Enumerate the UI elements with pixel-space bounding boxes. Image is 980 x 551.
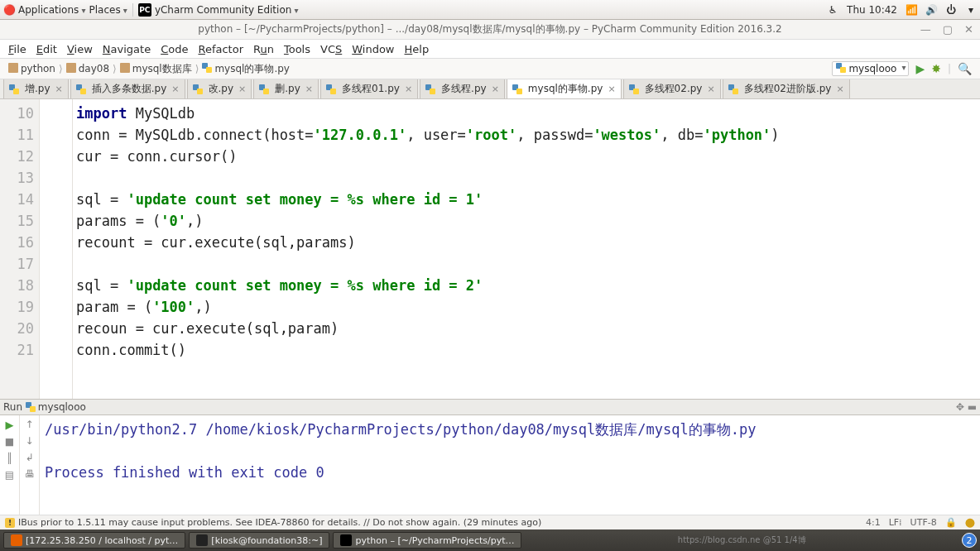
applications-menu[interactable]: Applications: [18, 4, 86, 16]
debug-button[interactable]: ✸: [931, 62, 941, 75]
tab-item[interactable]: 多线程02.py×: [623, 79, 721, 98]
line-separator[interactable]: LF⁞: [889, 517, 902, 528]
editor-tabs: 增.py× 插入多条数据.py× 改.py× 删.py× 多线程01.py× 多…: [0, 79, 980, 99]
tab-item-active[interactable]: mysql的事物.py×: [507, 79, 622, 98]
pause-button[interactable]: ║: [7, 453, 12, 464]
close-tab-icon[interactable]: ×: [237, 84, 246, 94]
taskbar-pycharm[interactable]: python – [~/PycharmProjects/pyt…: [333, 532, 521, 549]
rerun-button[interactable]: ▶: [6, 419, 14, 431]
window-maximize[interactable]: ▢: [943, 23, 953, 36]
editor[interactable]: 10 11 12 13 14 15 16 17 18 19 20 21 impo…: [0, 99, 980, 399]
up-stack-icon[interactable]: ↑: [25, 419, 33, 430]
user-menu-icon[interactable]: ▾: [965, 4, 977, 16]
activities-icon: 🔴: [3, 4, 15, 16]
system-menubar: 🔴 Applications Places PC yCharm Communit…: [0, 0, 980, 20]
network-icon[interactable]: 📶: [906, 4, 917, 16]
clock[interactable]: Thu 10:42: [847, 4, 897, 16]
menu-code[interactable]: Code: [157, 43, 191, 55]
tab-item[interactable]: 多线程.py×: [420, 79, 505, 98]
taskbar-firefox[interactable]: [172.25.38.250 / localhost / pyt…: [3, 532, 185, 549]
run-config-name: mysqlooo: [38, 401, 86, 413]
main-menubar: File Edit View Navigate Code Refactor Ru…: [0, 40, 980, 58]
menu-help[interactable]: Help: [401, 43, 433, 55]
power-icon[interactable]: ⏻: [945, 4, 957, 16]
tab-item[interactable]: 增.py×: [3, 79, 69, 98]
status-bar: ! IBus prior to 1.5.11 may cause input p…: [0, 515, 980, 529]
watermark: https://blog.csdn.ne @51 1/4博: [678, 534, 806, 546]
firefox-icon: [11, 534, 22, 546]
down-stack-icon[interactable]: ↓: [25, 435, 33, 447]
menu-window[interactable]: Window: [348, 43, 397, 55]
run-toolwindow: ▶ ■ ║ ▤ ↑ ↓ ↲ 🖶 /usr/bin/python2.7 /home…: [0, 415, 980, 515]
file-encoding[interactable]: UTF-8: [910, 517, 937, 528]
wrap-icon[interactable]: ↲: [25, 452, 33, 463]
python-icon: [26, 402, 36, 412]
tab-item[interactable]: 改.py×: [187, 79, 252, 98]
close-tab-icon[interactable]: ×: [170, 84, 179, 94]
search-everywhere-icon[interactable]: 🔍: [958, 62, 972, 75]
run-toolwindow-header: Run mysqlooo ✥ ▬: [0, 399, 980, 415]
close-tab-icon[interactable]: ×: [403, 84, 412, 94]
console-output[interactable]: /usr/bin/python2.7 /home/kiosk/PycharmPr…: [40, 415, 980, 515]
stop-button[interactable]: ■: [5, 436, 14, 448]
window-titlebar: python – [~/PycharmProjects/python] – ..…: [0, 20, 980, 40]
line-gutter: 10 11 12 13 14 15 16 17 18 19 20 21: [0, 99, 40, 399]
tab-item[interactable]: 多线程01.py×: [320, 79, 418, 98]
tab-item[interactable]: 插入多条数据.py×: [70, 79, 185, 98]
window-minimize[interactable]: —: [920, 23, 931, 36]
places-menu[interactable]: Places: [89, 4, 127, 16]
menu-view[interactable]: View: [64, 43, 96, 55]
inspection-indicator-icon[interactable]: ⬤: [965, 517, 975, 528]
toolwindow-settings-icon[interactable]: ✥ ▬: [956, 401, 977, 413]
pycharm-icon: [340, 534, 352, 546]
notification-badge[interactable]: 2: [962, 533, 977, 548]
crumb-root[interactable]: python: [8, 63, 55, 74]
close-tab-icon[interactable]: ×: [490, 84, 499, 94]
desktop-taskbar: [172.25.38.250 / localhost / pyt… [kiosk…: [0, 529, 980, 551]
run-button[interactable]: ▶: [915, 62, 925, 75]
accessibility-icon[interactable]: ♿: [827, 4, 838, 16]
crumb-file[interactable]: mysql的事物.py: [202, 62, 290, 76]
pycharm-icon: PC: [138, 3, 151, 17]
caret-position: 4:1: [866, 517, 881, 528]
window-title: python – [~/PycharmProjects/python] – ..…: [198, 22, 781, 36]
taskbar-terminal[interactable]: [kiosk@foundation38:~]: [189, 532, 329, 549]
close-tab-icon[interactable]: ×: [705, 84, 714, 94]
warning-icon[interactable]: !: [5, 518, 15, 528]
menu-vcs[interactable]: VCS: [317, 43, 345, 55]
menu-refactor[interactable]: Refactor: [195, 43, 247, 55]
tab-item[interactable]: 多线程02进阶版.py×: [723, 79, 850, 98]
terminal-icon: [196, 534, 208, 546]
menu-run[interactable]: Run: [250, 43, 277, 55]
print-icon[interactable]: 🖶: [25, 468, 35, 480]
app-menu[interactable]: yCharm Community Edition: [155, 4, 299, 16]
menu-edit[interactable]: Edit: [33, 43, 60, 55]
volume-icon[interactable]: 🔊: [925, 4, 937, 16]
menu-navigate[interactable]: Navigate: [99, 43, 154, 55]
close-tab-icon[interactable]: ×: [304, 84, 313, 94]
run-label: Run: [3, 401, 22, 413]
code-area[interactable]: import MySQLdb conn = MySQLdb.connect(ho…: [73, 99, 980, 399]
status-message[interactable]: IBus prior to 1.5.11 may cause input pro…: [18, 517, 541, 528]
close-tab-icon[interactable]: ×: [54, 84, 63, 94]
crumb-mysql-db[interactable]: mysql数据库: [120, 62, 192, 76]
window-close[interactable]: ✕: [964, 23, 973, 36]
menu-tools[interactable]: Tools: [281, 43, 314, 55]
navigation-bar: python⟩ day08⟩ mysql数据库⟩ mysql的事物.py mys…: [0, 58, 980, 79]
run-config-select[interactable]: mysqlooo: [832, 61, 909, 76]
tab-item[interactable]: 删.py×: [253, 79, 319, 98]
readonly-lock-icon[interactable]: 🔒: [945, 517, 957, 528]
crumb-day08[interactable]: day08: [66, 63, 109, 74]
close-tab-icon[interactable]: ×: [606, 84, 615, 94]
menu-file[interactable]: File: [5, 43, 30, 55]
dump-button[interactable]: ▤: [5, 469, 14, 481]
close-tab-icon[interactable]: ×: [834, 84, 843, 94]
